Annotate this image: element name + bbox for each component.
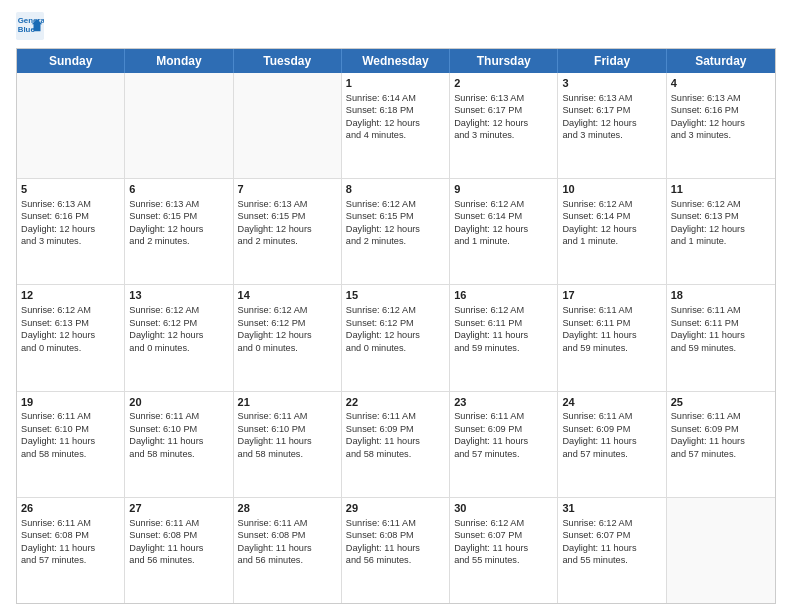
day-number: 13 bbox=[129, 288, 228, 303]
day-info-line: Sunrise: 6:11 AM bbox=[21, 517, 120, 529]
day-number: 6 bbox=[129, 182, 228, 197]
day-cell-27: 27Sunrise: 6:11 AMSunset: 6:08 PMDayligh… bbox=[125, 498, 233, 603]
day-info-line: Daylight: 11 hours bbox=[562, 435, 661, 447]
day-info-line: and 3 minutes. bbox=[671, 129, 771, 141]
day-info-line: Sunset: 6:08 PM bbox=[346, 529, 445, 541]
day-header-wednesday: Wednesday bbox=[342, 49, 450, 73]
day-info-line: Daylight: 11 hours bbox=[129, 542, 228, 554]
day-info-line: and 59 minutes. bbox=[454, 342, 553, 354]
day-info-line: Sunrise: 6:11 AM bbox=[346, 517, 445, 529]
day-info-line: Daylight: 12 hours bbox=[454, 117, 553, 129]
day-number: 23 bbox=[454, 395, 553, 410]
day-cell-9: 9Sunrise: 6:12 AMSunset: 6:14 PMDaylight… bbox=[450, 179, 558, 284]
day-number: 20 bbox=[129, 395, 228, 410]
logo: General Blue bbox=[16, 12, 48, 40]
day-info-line: Daylight: 12 hours bbox=[129, 329, 228, 341]
day-info-line: Sunset: 6:10 PM bbox=[238, 423, 337, 435]
day-info-line: and 3 minutes. bbox=[562, 129, 661, 141]
day-info-line: Daylight: 12 hours bbox=[238, 223, 337, 235]
day-info-line: Sunrise: 6:11 AM bbox=[562, 304, 661, 316]
day-info-line: Daylight: 11 hours bbox=[562, 542, 661, 554]
day-info-line: and 55 minutes. bbox=[562, 554, 661, 566]
day-number: 19 bbox=[21, 395, 120, 410]
day-info-line: and 1 minute. bbox=[454, 235, 553, 247]
day-info-line: and 2 minutes. bbox=[238, 235, 337, 247]
day-info-line: Sunset: 6:14 PM bbox=[562, 210, 661, 222]
day-number: 26 bbox=[21, 501, 120, 516]
day-info-line: Daylight: 11 hours bbox=[238, 542, 337, 554]
day-info-line: Sunset: 6:15 PM bbox=[346, 210, 445, 222]
day-number: 16 bbox=[454, 288, 553, 303]
day-info-line: Sunrise: 6:11 AM bbox=[671, 304, 771, 316]
day-info-line: Sunset: 6:10 PM bbox=[21, 423, 120, 435]
day-cell-23: 23Sunrise: 6:11 AMSunset: 6:09 PMDayligh… bbox=[450, 392, 558, 497]
day-cell-3: 3Sunrise: 6:13 AMSunset: 6:17 PMDaylight… bbox=[558, 73, 666, 178]
day-cell-7: 7Sunrise: 6:13 AMSunset: 6:15 PMDaylight… bbox=[234, 179, 342, 284]
day-info-line: Daylight: 12 hours bbox=[671, 223, 771, 235]
day-info-line: Sunrise: 6:12 AM bbox=[21, 304, 120, 316]
day-cell-28: 28Sunrise: 6:11 AMSunset: 6:08 PMDayligh… bbox=[234, 498, 342, 603]
day-info-line: Sunrise: 6:12 AM bbox=[454, 517, 553, 529]
day-info-line: Daylight: 11 hours bbox=[671, 435, 771, 447]
day-info-line: Daylight: 11 hours bbox=[129, 435, 228, 447]
week-row-2: 5Sunrise: 6:13 AMSunset: 6:16 PMDaylight… bbox=[17, 179, 775, 285]
day-number: 3 bbox=[562, 76, 661, 91]
day-info-line: and 59 minutes. bbox=[671, 342, 771, 354]
week-row-3: 12Sunrise: 6:12 AMSunset: 6:13 PMDayligh… bbox=[17, 285, 775, 391]
day-number: 18 bbox=[671, 288, 771, 303]
day-cell-empty-0-0 bbox=[17, 73, 125, 178]
day-cell-2: 2Sunrise: 6:13 AMSunset: 6:17 PMDaylight… bbox=[450, 73, 558, 178]
day-cell-20: 20Sunrise: 6:11 AMSunset: 6:10 PMDayligh… bbox=[125, 392, 233, 497]
day-header-saturday: Saturday bbox=[667, 49, 775, 73]
day-cell-25: 25Sunrise: 6:11 AMSunset: 6:09 PMDayligh… bbox=[667, 392, 775, 497]
day-info-line: Daylight: 12 hours bbox=[21, 329, 120, 341]
day-info-line: Sunrise: 6:11 AM bbox=[671, 410, 771, 422]
day-cell-22: 22Sunrise: 6:11 AMSunset: 6:09 PMDayligh… bbox=[342, 392, 450, 497]
day-info-line: Sunrise: 6:12 AM bbox=[454, 198, 553, 210]
day-info-line: Sunset: 6:09 PM bbox=[671, 423, 771, 435]
day-cell-13: 13Sunrise: 6:12 AMSunset: 6:12 PMDayligh… bbox=[125, 285, 233, 390]
day-number: 28 bbox=[238, 501, 337, 516]
day-info-line: Daylight: 11 hours bbox=[454, 542, 553, 554]
calendar-body: 1Sunrise: 6:14 AMSunset: 6:18 PMDaylight… bbox=[17, 73, 775, 603]
day-info-line: Sunset: 6:17 PM bbox=[454, 104, 553, 116]
day-info-line: Sunset: 6:09 PM bbox=[562, 423, 661, 435]
day-info-line: Daylight: 12 hours bbox=[562, 223, 661, 235]
day-info-line: and 3 minutes. bbox=[21, 235, 120, 247]
day-info-line: and 57 minutes. bbox=[21, 554, 120, 566]
day-info-line: Sunset: 6:15 PM bbox=[129, 210, 228, 222]
day-info-line: and 3 minutes. bbox=[454, 129, 553, 141]
day-cell-11: 11Sunrise: 6:12 AMSunset: 6:13 PMDayligh… bbox=[667, 179, 775, 284]
day-info-line: Daylight: 12 hours bbox=[562, 117, 661, 129]
day-cell-29: 29Sunrise: 6:11 AMSunset: 6:08 PMDayligh… bbox=[342, 498, 450, 603]
day-number: 27 bbox=[129, 501, 228, 516]
logo-icon: General Blue bbox=[16, 12, 44, 40]
day-info-line: Sunset: 6:15 PM bbox=[238, 210, 337, 222]
day-info-line: Sunrise: 6:11 AM bbox=[21, 410, 120, 422]
day-number: 12 bbox=[21, 288, 120, 303]
day-info-line: Daylight: 12 hours bbox=[346, 117, 445, 129]
day-info-line: Daylight: 11 hours bbox=[346, 435, 445, 447]
day-headers: SundayMondayTuesdayWednesdayThursdayFrid… bbox=[17, 49, 775, 73]
day-info-line: Sunrise: 6:11 AM bbox=[346, 410, 445, 422]
day-info-line: and 0 minutes. bbox=[238, 342, 337, 354]
day-cell-17: 17Sunrise: 6:11 AMSunset: 6:11 PMDayligh… bbox=[558, 285, 666, 390]
day-info-line: and 59 minutes. bbox=[562, 342, 661, 354]
day-info-line: Daylight: 12 hours bbox=[454, 223, 553, 235]
day-header-monday: Monday bbox=[125, 49, 233, 73]
header: General Blue bbox=[16, 12, 776, 40]
day-info-line: Sunrise: 6:13 AM bbox=[562, 92, 661, 104]
day-number: 7 bbox=[238, 182, 337, 197]
day-number: 2 bbox=[454, 76, 553, 91]
day-info-line: Sunrise: 6:13 AM bbox=[454, 92, 553, 104]
day-info-line: Daylight: 11 hours bbox=[21, 435, 120, 447]
day-info-line: Daylight: 12 hours bbox=[671, 117, 771, 129]
day-number: 1 bbox=[346, 76, 445, 91]
day-info-line: and 58 minutes. bbox=[129, 448, 228, 460]
day-info-line: and 57 minutes. bbox=[562, 448, 661, 460]
day-info-line: Sunrise: 6:13 AM bbox=[671, 92, 771, 104]
day-info-line: Sunrise: 6:12 AM bbox=[562, 198, 661, 210]
day-info-line: Daylight: 12 hours bbox=[346, 329, 445, 341]
day-cell-5: 5Sunrise: 6:13 AMSunset: 6:16 PMDaylight… bbox=[17, 179, 125, 284]
day-info-line: Sunrise: 6:14 AM bbox=[346, 92, 445, 104]
